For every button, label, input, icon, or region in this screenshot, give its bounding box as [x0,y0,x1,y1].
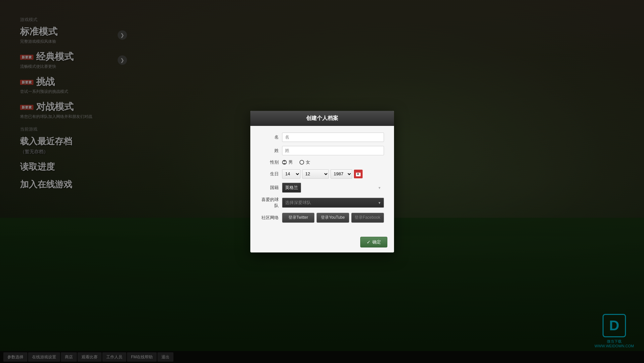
first-name-row: 名 [260,133,384,142]
confirm-button[interactable]: ✓ 确定 [360,237,387,247]
favorite-team-label: 喜爱的球队 [260,197,279,209]
country-select-wrapper: 英格兰 [282,183,384,193]
facebook-button[interactable]: 登录Facebook [351,213,384,223]
dob-row: 生日 14 12 1987 ▦ [260,169,384,179]
team-select-wrapper: 选择深爱球队 [282,198,384,208]
social-label: 社区网络 [260,215,279,221]
create-profile-modal: 创建个人档案 名 姓 性别 [250,111,394,252]
gender-female-option[interactable]: 女 [299,159,310,165]
twitter-button[interactable]: 登录Twitter [282,213,315,223]
favorite-team-row: 喜爱的球队 选择深爱球队 [260,197,384,209]
first-name-label: 名 [260,134,279,140]
modal-header: 创建个人档案 [250,111,394,126]
last-name-input[interactable] [282,146,384,155]
dob-year-select[interactable]: 1987 [331,169,352,179]
dob-group: 14 12 1987 ▦ [282,169,363,179]
gender-row: 性别 男 女 [260,159,384,165]
country-select[interactable]: 英格兰 [282,183,301,193]
dob-day-select[interactable]: 14 [282,169,300,179]
gender-male-option[interactable]: 男 [282,159,293,165]
confirm-label: 确定 [372,239,381,245]
dob-month-select[interactable]: 12 [302,169,329,179]
country-label: 国籍 [260,185,279,191]
team-select[interactable]: 选择深爱球队 [282,198,384,208]
calendar-icon: ▦ [356,172,361,176]
gender-label: 性别 [260,159,279,165]
modal-footer: ✓ 确定 [250,233,394,252]
gender-female-label: 女 [306,159,310,165]
modal-body: 名 姓 性别 男 [250,126,394,233]
last-name-row: 姓 [260,146,384,155]
gender-female-radio[interactable] [299,160,304,165]
check-icon: ✓ [367,239,371,245]
social-row: 社区网络 登录Twitter 登录YouTube 登录Facebook [260,213,384,223]
modal-overlay: 创建个人档案 名 姓 性别 [0,0,644,363]
social-group: 登录Twitter 登录YouTube 登录Facebook [282,213,384,223]
gender-group: 男 女 [282,159,310,165]
gender-male-label: 男 [288,159,293,165]
gender-male-radio[interactable] [282,160,287,165]
modal-title: 创建个人档案 [306,115,338,121]
youtube-button[interactable]: 登录YouTube [316,213,349,223]
first-name-input[interactable] [282,133,384,142]
dob-label: 生日 [260,171,279,177]
calendar-button[interactable]: ▦ [354,170,363,178]
last-name-label: 姓 [260,148,279,154]
country-row: 国籍 英格兰 [260,183,384,193]
